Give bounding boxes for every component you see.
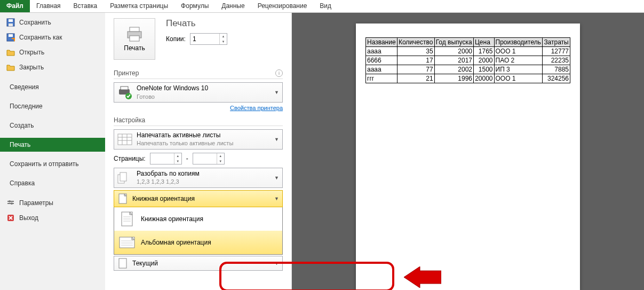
sheets-icon xyxy=(117,132,132,147)
tab-insert[interactable]: Вставка xyxy=(67,0,104,12)
sidebar-item-close[interactable]: Закрыть xyxy=(0,60,105,75)
sidebar-item-save[interactable]: Сохранить xyxy=(0,15,105,30)
sidebar-label: Сохранить xyxy=(19,19,51,26)
print-preview: НазваниеКоличествоГод выпускаЦенаПроизво… xyxy=(292,13,644,290)
sidebar-item-recent[interactable]: Последние xyxy=(0,99,105,113)
close-file-icon xyxy=(6,63,15,72)
save-as-icon xyxy=(6,33,15,42)
annotation-arrow xyxy=(404,267,441,288)
print-button[interactable]: Печать xyxy=(114,18,155,60)
printer-heading: Принтер xyxy=(114,69,139,77)
sidebar-item-print[interactable]: Печать xyxy=(0,138,105,152)
copies-label: Копии: xyxy=(166,35,186,43)
svg-rect-4 xyxy=(9,34,13,37)
tab-view[interactable]: Вид xyxy=(313,0,338,12)
svg-rect-2 xyxy=(9,23,13,26)
sidebar-item-exit[interactable]: Выход xyxy=(0,210,105,225)
file-sidebar: Сохранить Сохранить как Открыть Закрыть … xyxy=(0,13,105,290)
portrait-icon xyxy=(117,193,128,204)
pages-from-input[interactable]: ▲▼ xyxy=(150,153,182,164)
sidebar-item-share[interactable]: Сохранить и отправить xyxy=(0,157,105,171)
sidebar-label: Открыть xyxy=(19,49,44,56)
svg-rect-14 xyxy=(121,87,128,90)
preview-table: НазваниеКоличествоГод выпускаЦенаПроизво… xyxy=(365,37,570,83)
portrait-icon xyxy=(118,210,136,228)
pages-label: Страницы: xyxy=(114,155,146,162)
table-header: Название xyxy=(366,38,397,47)
printer-properties-link[interactable]: Свойства принтера xyxy=(114,105,283,111)
tab-data[interactable]: Данные xyxy=(215,0,251,12)
tab-formulas[interactable]: Формулы xyxy=(174,0,215,12)
svg-rect-1 xyxy=(9,19,13,22)
table-header: Год выпуска xyxy=(434,38,473,47)
table-row: ггг21199620000ООО 1324256 xyxy=(366,74,570,83)
chevron-down-icon: ▼ xyxy=(274,175,279,181)
svg-rect-12 xyxy=(130,36,139,41)
landscape-icon xyxy=(118,234,136,251)
ribbon-tabs: Файл Главная Вставка Разметка страницы Ф… xyxy=(0,0,644,13)
sidebar-item-help[interactable]: Справка xyxy=(0,176,105,190)
chevron-down-icon: ▼ xyxy=(274,196,279,201)
printer-icon xyxy=(125,26,144,42)
svg-rect-32 xyxy=(119,258,126,268)
print-button-label: Печать xyxy=(124,44,145,52)
collate-select[interactable]: Разобрать по копиям 1,2,3 1,2,3 1,2,3 ▼ xyxy=(114,168,283,188)
tab-home[interactable]: Главная xyxy=(30,0,67,12)
spinner-icon[interactable]: ▲▼ xyxy=(219,34,227,44)
table-header: Количество xyxy=(397,38,434,47)
preview-page: НазваниеКоличествоГод выпускаЦенаПроизво… xyxy=(356,23,580,290)
orientation-option-landscape[interactable]: Альбомная ориентация xyxy=(114,231,282,254)
printer-name: OneNote for Windows 10 xyxy=(137,84,208,93)
sidebar-label: Сохранить как xyxy=(19,34,62,41)
info-icon[interactable]: i xyxy=(275,69,283,77)
sidebar-label: Параметры xyxy=(19,199,53,207)
svg-rect-22 xyxy=(120,173,126,181)
options-icon xyxy=(6,199,15,207)
table-header: Затраты xyxy=(543,38,570,47)
tab-file[interactable]: Файл xyxy=(0,0,30,12)
orientation-select[interactable]: Книжная ориентация ▼ xyxy=(114,190,283,207)
table-row: aaaa7720021500ИП 37885 xyxy=(366,65,570,74)
open-icon xyxy=(6,48,15,57)
page-icon xyxy=(117,258,128,269)
table-header: Цена xyxy=(473,38,494,47)
table-header: Производитель xyxy=(494,38,543,47)
tab-page-layout[interactable]: Разметка страницы xyxy=(104,0,174,12)
tab-review[interactable]: Рецензирование xyxy=(251,0,314,12)
printer-select[interactable]: OneNote for Windows 10 Готово ▼ xyxy=(114,82,283,103)
pages-to-input[interactable]: ▲▼ xyxy=(193,153,225,164)
table-row: 66661720172000ПАО 222235 xyxy=(366,56,570,65)
copies-input[interactable]: 1 ▲▼ xyxy=(190,33,227,45)
sidebar-item-open[interactable]: Открыть xyxy=(0,45,105,60)
sidebar-label: Выход xyxy=(19,214,38,222)
sidebar-item-save-as[interactable]: Сохранить как xyxy=(0,30,105,45)
svg-point-8 xyxy=(11,202,13,205)
svg-rect-11 xyxy=(130,27,139,32)
orientation-dropdown: Книжная ориентация Альбомная ориентация xyxy=(114,207,283,255)
print-what-select[interactable]: Напечатать активные листы Напечатать тол… xyxy=(114,129,283,150)
table-row: aaaa3520001765ООО 112777 xyxy=(366,47,570,56)
sidebar-item-options[interactable]: Параметры xyxy=(0,195,105,210)
orientation-option-portrait[interactable]: Книжная ориентация xyxy=(114,207,282,231)
printer-status: Готово xyxy=(137,93,208,100)
print-settings-panel: Печать Печать Копии: 1 ▲▼ Принтер i OneN… xyxy=(105,13,292,290)
chevron-down-icon: ▼ xyxy=(274,261,279,266)
printer-status-icon xyxy=(117,85,132,100)
chevron-down-icon: ▼ xyxy=(274,137,279,142)
svg-rect-16 xyxy=(118,134,132,145)
print-heading: Печать xyxy=(166,18,227,29)
sidebar-item-info[interactable]: Сведения xyxy=(0,80,105,94)
exit-icon xyxy=(6,214,15,222)
sidebar-label: Закрыть xyxy=(19,64,44,71)
collate-icon xyxy=(117,170,132,185)
sidebar-item-new[interactable]: Создать xyxy=(0,119,105,132)
paper-size-select[interactable]: Текущий ▼ xyxy=(114,256,283,271)
chevron-down-icon: ▼ xyxy=(274,90,279,95)
save-icon xyxy=(6,18,15,27)
settings-heading: Настройка xyxy=(114,116,145,124)
svg-point-7 xyxy=(9,200,11,202)
